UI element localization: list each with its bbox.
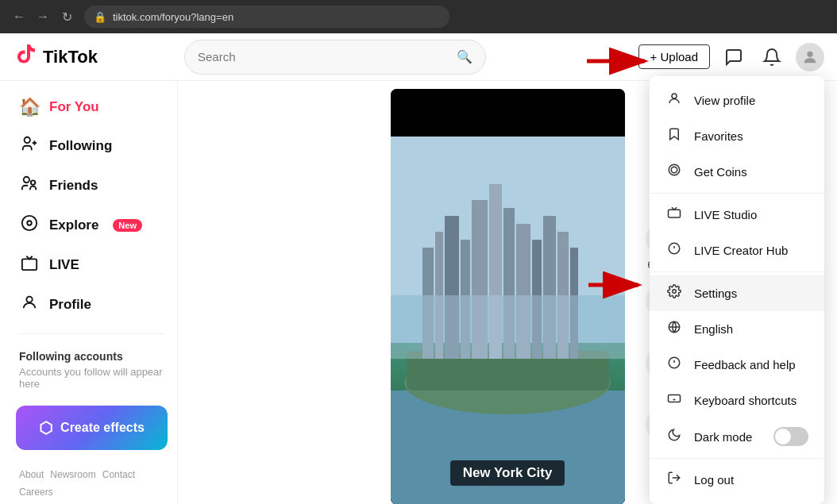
svg-point-5 (31, 180, 36, 185)
live-creator-hub-label: LIVE Creator Hub (694, 244, 788, 257)
live-creator-hub-icon (665, 241, 683, 260)
favorites-icon (665, 127, 683, 145)
tiktok-logo-icon (13, 41, 38, 72)
sidebar-item-for-you[interactable]: 🏠 For You (6, 89, 177, 125)
sidebar-item-friends[interactable]: Friends (6, 167, 177, 205)
feedback-label: Feedback and help (694, 358, 796, 371)
svg-point-34 (671, 167, 677, 173)
search-input[interactable] (198, 50, 450, 63)
create-effects-icon: ⬡ (39, 418, 52, 437)
footer-careers[interactable]: Careers (19, 487, 53, 498)
svg-point-0 (807, 51, 812, 56)
view-profile-label: View profile (694, 94, 755, 107)
favorites-label: Favorites (694, 129, 743, 143)
dark-mode-icon (665, 428, 683, 446)
svg-rect-45 (669, 395, 681, 402)
dark-mode-toggle[interactable] (773, 427, 808, 446)
sidebar: 🏠 For You Following Friends Explore New (0, 33, 178, 504)
feedback-icon (665, 356, 683, 374)
dropdown-keyboard-shortcuts[interactable]: Keyboard shortcuts (650, 383, 824, 418)
keyboard-icon (665, 391, 683, 410)
sidebar-item-following[interactable]: Following (6, 127, 177, 165)
sidebar-label-friends: Friends (49, 178, 98, 194)
following-title: Following accounts (19, 350, 164, 363)
dropdown-divider-3 (650, 458, 824, 459)
dropdown-log-out[interactable]: Log out (650, 462, 824, 498)
app-container: TikTok 🔍 + Upload (0, 33, 837, 504)
video-container: New York City ♥ 617.4K ••• 3368 🔖 47.1K (391, 89, 625, 504)
following-icon (19, 135, 40, 157)
get-coins-label: Get Coins (694, 165, 747, 179)
search-icon: 🔍 (457, 49, 472, 64)
friends-icon (19, 175, 40, 197)
english-label: English (694, 322, 733, 336)
explore-badge: New (113, 219, 142, 232)
live-icon (19, 254, 40, 276)
log-out-label: Log out (694, 473, 734, 487)
dropdown-favorites[interactable]: Favorites (650, 118, 824, 154)
svg-point-9 (26, 297, 32, 302)
logout-icon (665, 471, 683, 489)
footer-about[interactable]: About (19, 469, 44, 480)
sidebar-divider (19, 333, 164, 334)
profile-icon (19, 294, 40, 316)
avatar-button[interactable] (796, 43, 824, 71)
dropdown-menu: View profile Favorites Get Coins LIVE St… (650, 76, 824, 504)
create-effects-button[interactable]: ⬡ Create effects (16, 406, 168, 450)
inbox-button[interactable] (758, 43, 786, 71)
video-image: New York City (391, 137, 625, 504)
video-card[interactable]: New York City (391, 89, 625, 504)
dropdown-feedback[interactable]: Feedback and help (650, 347, 824, 383)
url-bar[interactable]: 🔒 tiktok.com/foryou?lang=en (84, 6, 449, 28)
url-text: tiktok.com/foryou?lang=en (113, 11, 233, 23)
sidebar-label-for-you: For You (49, 99, 99, 115)
forward-button[interactable]: → (33, 7, 52, 26)
video-location-label: New York City (450, 460, 565, 486)
live-studio-icon (665, 206, 683, 224)
messages-button[interactable] (719, 43, 748, 71)
dropdown-divider-2 (650, 271, 824, 272)
browser-nav-buttons: ← → ↻ (10, 7, 76, 26)
view-profile-icon (665, 91, 683, 110)
dropdown-dark-mode[interactable]: Dark mode (650, 418, 824, 455)
logo-area: TikTok (13, 41, 108, 72)
footer-newsroom[interactable]: Newsroom (50, 469, 95, 480)
video-black-top (391, 89, 625, 137)
dropdown-get-coins[interactable]: Get Coins (650, 154, 824, 190)
svg-point-33 (669, 164, 680, 175)
dropdown-view-profile[interactable]: View profile (650, 83, 824, 118)
back-button[interactable]: ← (10, 7, 29, 26)
svg-rect-35 (669, 210, 681, 217)
settings-label: Settings (694, 287, 737, 300)
svg-point-6 (22, 216, 37, 230)
svg-point-39 (673, 290, 677, 294)
keyboard-shortcuts-label: Keyboard shortcuts (694, 394, 796, 407)
sidebar-label-following: Following (49, 138, 112, 154)
sidebar-label-explore: Explore (49, 217, 98, 233)
dropdown-english[interactable]: English (650, 311, 824, 347)
search-bar[interactable]: 🔍 (184, 40, 486, 75)
dropdown-settings[interactable]: Settings (650, 275, 824, 311)
upload-button[interactable]: + Upload (638, 44, 710, 69)
header-actions: + Upload (638, 43, 824, 71)
following-subtitle: Accounts you follow will appear here (19, 366, 164, 390)
sidebar-item-profile[interactable]: Profile (6, 286, 177, 324)
footer-links: About Newsroom Contact Careers (6, 463, 177, 504)
home-icon: 🏠 (19, 97, 40, 117)
sidebar-item-live[interactable]: LIVE (6, 246, 177, 284)
logo-text: TikTok (43, 47, 98, 67)
refresh-button[interactable]: ↻ (57, 7, 76, 26)
dark-mode-label: Dark mode (694, 430, 752, 444)
dropdown-live-studio[interactable]: LIVE Studio (650, 197, 824, 233)
sidebar-item-explore[interactable]: Explore New (6, 206, 177, 244)
language-icon (665, 320, 683, 338)
sidebar-label-profile: Profile (49, 297, 91, 313)
live-studio-label: LIVE Studio (694, 208, 757, 221)
dropdown-live-creator-hub[interactable]: LIVE Creator Hub (650, 233, 824, 268)
svg-point-4 (24, 177, 29, 183)
footer-contact[interactable]: Contact (102, 469, 135, 480)
svg-rect-8 (22, 259, 37, 270)
sidebar-label-live: LIVE (49, 257, 79, 273)
dark-mode-left: Dark mode (665, 428, 752, 446)
explore-icon (19, 214, 40, 237)
